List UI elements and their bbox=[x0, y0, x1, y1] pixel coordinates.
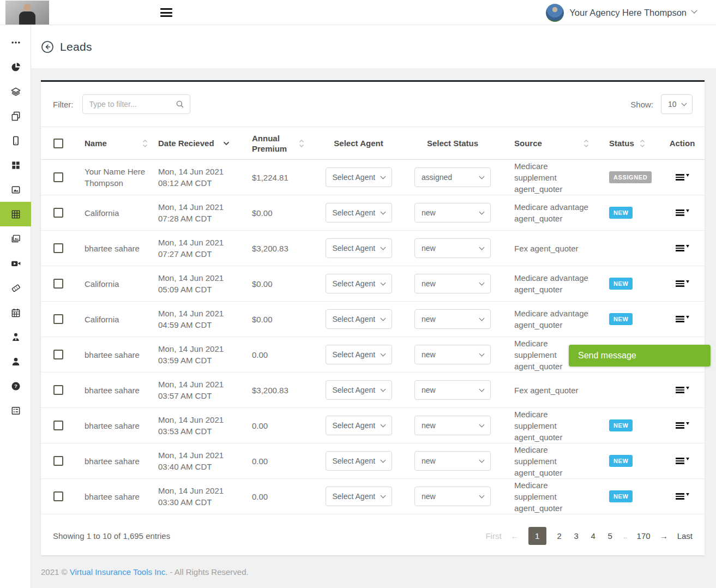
page-3[interactable]: 3 bbox=[573, 531, 580, 541]
page-170[interactable]: 170 bbox=[637, 531, 651, 541]
sidebar-item-agents[interactable] bbox=[0, 325, 31, 349]
row-checkbox[interactable] bbox=[53, 350, 63, 359]
video-camera-icon bbox=[10, 258, 21, 269]
agent-select[interactable]: Select Agent bbox=[326, 238, 392, 258]
row-actions-button[interactable] bbox=[673, 490, 691, 503]
agent-select[interactable]: Select Agent bbox=[326, 487, 392, 506]
agent-select[interactable]: Select Agent bbox=[326, 345, 392, 364]
sidebar-item-tickets[interactable] bbox=[0, 275, 31, 300]
col-header-status: Status bbox=[609, 138, 634, 148]
table-row: bhartee sahare Mon, 14 Jun 2021 03:30 AM… bbox=[41, 479, 705, 514]
action-menu-icon bbox=[676, 173, 684, 182]
agent-select[interactable]: Select Agent bbox=[326, 380, 392, 400]
dashboard-grid-icon bbox=[10, 160, 21, 171]
annual-premium: 0.00 bbox=[248, 492, 316, 501]
sort-icon[interactable] bbox=[142, 139, 148, 148]
page-5[interactable]: 5 bbox=[606, 531, 614, 541]
sidebar-item-media[interactable] bbox=[0, 177, 31, 202]
sidebar-item-reports[interactable] bbox=[0, 55, 31, 79]
menu-toggle-button[interactable] bbox=[160, 8, 172, 17]
row-actions-button[interactable] bbox=[673, 383, 691, 397]
col-header-select-agent: Select Agent bbox=[334, 138, 383, 148]
annual-premium: $0.00 bbox=[248, 315, 316, 324]
page-prev-icon[interactable]: ← bbox=[511, 531, 519, 541]
sidebar-item-users[interactable] bbox=[0, 349, 31, 374]
sidebar-item-help[interactable]: ? bbox=[0, 374, 31, 398]
chevron-down-icon bbox=[380, 173, 386, 179]
row-checkbox[interactable] bbox=[53, 385, 63, 395]
row-actions-button[interactable] bbox=[673, 454, 691, 467]
agent-select[interactable]: Select Agent bbox=[326, 203, 392, 223]
filter-input[interactable] bbox=[82, 94, 190, 114]
sort-icon[interactable] bbox=[640, 139, 645, 148]
sidebar-item-dashboard[interactable] bbox=[0, 153, 31, 177]
status-select-value: new bbox=[422, 421, 436, 430]
ticket-icon bbox=[10, 283, 21, 293]
sidebar-item-layers[interactable] bbox=[0, 79, 31, 104]
row-actions-button[interactable] bbox=[673, 313, 691, 326]
sidebar-item-pages[interactable] bbox=[0, 104, 31, 128]
sidebar-item-more[interactable] bbox=[0, 30, 31, 55]
select-all-checkbox[interactable] bbox=[53, 139, 63, 148]
row-checkbox[interactable] bbox=[53, 243, 63, 253]
user-menu[interactable]: Your Agency Here Thompson bbox=[546, 0, 696, 25]
agent-select[interactable]: Select Agent bbox=[326, 451, 392, 471]
sidebar-item-leads-table[interactable] bbox=[0, 202, 31, 226]
row-checkbox[interactable] bbox=[53, 314, 63, 324]
sidebar-item-forms[interactable] bbox=[0, 398, 31, 423]
status-select[interactable]: new bbox=[414, 238, 491, 258]
agent-select[interactable]: Select Agent bbox=[326, 309, 392, 329]
status-select[interactable]: new bbox=[414, 274, 491, 293]
footer-company-link[interactable]: Virtual Insurance Tools Inc. bbox=[70, 567, 168, 577]
row-actions-button[interactable] bbox=[673, 171, 691, 184]
sidebar-item-gallery[interactable] bbox=[0, 226, 31, 251]
status-select[interactable]: new bbox=[414, 451, 491, 471]
row-actions-button[interactable] bbox=[673, 419, 691, 432]
agent-select-value: Select Agent bbox=[333, 492, 376, 501]
action-menu-icon bbox=[676, 492, 684, 501]
row-actions-button[interactable] bbox=[673, 206, 691, 219]
status-select[interactable]: new bbox=[414, 309, 491, 329]
sidebar-item-calendar[interactable] bbox=[0, 300, 31, 325]
row-checkbox[interactable] bbox=[53, 491, 63, 501]
back-button[interactable] bbox=[41, 40, 54, 53]
agency-logo[interactable] bbox=[5, 1, 49, 25]
page-last[interactable]: Last bbox=[677, 531, 693, 541]
page-2[interactable]: 2 bbox=[556, 531, 563, 541]
status-select[interactable]: new bbox=[414, 416, 491, 435]
sidebar-item-video[interactable] bbox=[0, 251, 31, 275]
date-received: Mon, 14 Jun 2021 03:53 AM CDT bbox=[155, 414, 248, 437]
status-select[interactable]: new bbox=[414, 203, 491, 223]
agent-select[interactable]: Select Agent bbox=[326, 274, 392, 293]
status-select[interactable]: assigned bbox=[414, 167, 491, 187]
agent-select[interactable]: Select Agent bbox=[326, 416, 392, 435]
page-next-icon[interactable]: → bbox=[660, 531, 668, 541]
sort-icon[interactable] bbox=[583, 139, 589, 148]
chevron-down-icon bbox=[380, 493, 386, 498]
row-checkbox[interactable] bbox=[53, 279, 63, 289]
row-actions-button[interactable] bbox=[673, 277, 691, 290]
agent-select-value: Select Agent bbox=[333, 457, 376, 465]
agent-select[interactable]: Select Agent bbox=[326, 167, 392, 187]
status-select[interactable]: new bbox=[414, 380, 491, 400]
page-1[interactable]: 1 bbox=[528, 527, 546, 545]
row-checkbox[interactable] bbox=[53, 172, 63, 182]
page-first[interactable]: First bbox=[485, 531, 501, 541]
sidebar-item-mobile[interactable] bbox=[0, 128, 31, 153]
status-select-value: new bbox=[422, 386, 436, 394]
status-select[interactable]: new bbox=[414, 345, 491, 364]
sort-icon[interactable] bbox=[299, 139, 304, 148]
row-checkbox[interactable] bbox=[53, 456, 63, 466]
status-select[interactable]: new bbox=[414, 487, 491, 506]
send-message-button[interactable]: Send message bbox=[569, 345, 711, 367]
sort-desc-icon[interactable] bbox=[223, 141, 230, 146]
row-actions-button[interactable] bbox=[673, 242, 691, 255]
mobile-icon bbox=[10, 135, 21, 146]
page-ellipsis: .. bbox=[623, 532, 628, 540]
date-received: Mon, 14 Jun 2021 03:30 AM CDT bbox=[155, 485, 248, 508]
show-entries-select[interactable]: 10 bbox=[661, 94, 693, 114]
table-row: bhartee sahare Mon, 14 Jun 2021 03:57 AM… bbox=[41, 373, 705, 408]
row-checkbox[interactable] bbox=[53, 421, 63, 430]
row-checkbox[interactable] bbox=[53, 208, 63, 218]
page-4[interactable]: 4 bbox=[589, 531, 597, 541]
